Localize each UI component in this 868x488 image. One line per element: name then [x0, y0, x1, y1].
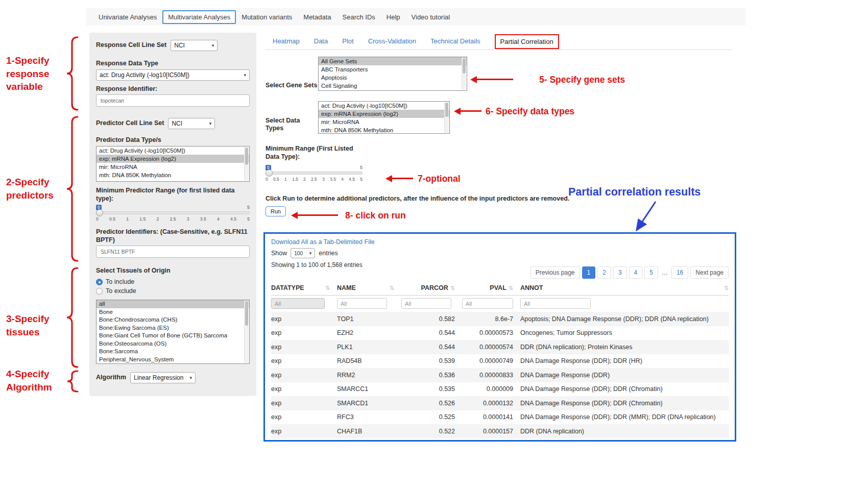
next-page-button[interactable]: Next page	[690, 266, 729, 279]
table-row[interactable]: exp RRM2 0.536 0.00000833 DNA Damage Res…	[271, 368, 729, 382]
scrollbar[interactable]	[244, 147, 249, 181]
nav-item-metadata[interactable]: Metadata	[298, 10, 336, 24]
listbox-option[interactable]: Cell Signaling	[319, 82, 467, 90]
sort-icon[interactable]: ⇅	[724, 285, 729, 291]
cell-name: RRM2	[337, 372, 394, 379]
filter-input-datatype[interactable]: All	[271, 298, 325, 309]
nav-item-help[interactable]: Help	[381, 10, 406, 24]
nav-item-search-ids[interactable]: Search IDs	[337, 10, 381, 24]
listbox-option[interactable]: Apoptosis	[319, 74, 467, 82]
algorithm-row: Algorithm Linear Regression ▾	[96, 372, 250, 383]
annotation-step1: 1-Specify response variable	[6, 54, 71, 93]
previous-page-button[interactable]: Previous page	[531, 266, 580, 279]
slider-track[interactable]	[266, 172, 363, 175]
gene-sets-label: Select Gene Sets	[266, 82, 318, 91]
cell-pval: 8.6e-7	[462, 315, 513, 323]
listbox-option[interactable]: mth: DNA 850K Methylation	[97, 171, 249, 179]
table-row[interactable]: exp CHAF1B 0.522 0.0000157 DDR (DNA repl…	[271, 424, 729, 438]
listbox-option[interactable]: mir: MicroRNA	[319, 118, 449, 126]
listbox-option[interactable]: Bone:Giant Cell Tumor of Bone (GCTB) Sar…	[97, 332, 249, 340]
tab-plot[interactable]: Plot	[342, 37, 353, 45]
listbox-option[interactable]: Bone:Chondrosarcoma (CHS)	[97, 316, 249, 324]
nav-item-multivariate-analyses[interactable]: Multivariate Analyses	[162, 10, 236, 24]
page-button-1[interactable]: 1	[582, 266, 596, 279]
slider-handle[interactable]	[96, 209, 103, 216]
tab-technical-details[interactable]: Technical Details	[430, 37, 480, 45]
listbox-option[interactable]: act: Drug Activity (-log10[IC50M])	[319, 102, 449, 110]
tab-partial-correlation[interactable]: Partial Correlation	[495, 34, 559, 49]
table-row[interactable]: exp EZH2 0.544 0.00000573 Oncogenes; Tum…	[271, 326, 729, 340]
listbox-option[interactable]: ABC Transporters	[319, 65, 467, 74]
tab-heatmap[interactable]: Heatmap	[273, 37, 300, 45]
filter-input-annot[interactable]: All	[520, 298, 591, 309]
predictor-identifiers-input[interactable]: SLFN11 BPTF	[96, 246, 250, 258]
listbox-option[interactable]: mir: MicroRNA	[97, 163, 249, 171]
tick: 3.5	[200, 216, 206, 222]
sort-icon[interactable]: ⇅	[325, 285, 330, 291]
sort-icon[interactable]: ⇅	[450, 285, 455, 291]
tick: 1.5	[292, 177, 298, 182]
page-button-3[interactable]: 3	[613, 266, 627, 279]
nav-item-univariate-analyses[interactable]: Univariate Analyses	[93, 10, 162, 24]
filter-input-name[interactable]: All	[337, 298, 387, 309]
filter-input-parcor[interactable]: All	[401, 298, 451, 309]
run-button[interactable]: Run	[266, 206, 286, 216]
listbox-option-selected[interactable]: exp: mRNA Expression (log2)	[97, 155, 249, 163]
table-row[interactable]: exp PLK1 0.544 0.00000574 DDR (DNA repli…	[271, 340, 729, 354]
slider-track[interactable]	[96, 211, 250, 214]
column-header-parcor[interactable]: PARCOR ⇅	[401, 281, 455, 295]
table-row[interactable]: exp RAD54B 0.539 0.00000749 DNA Damage R…	[271, 354, 729, 369]
page-button-4[interactable]: 4	[629, 266, 643, 279]
listbox-option[interactable]: mth: DNA 850K Methylation	[319, 126, 449, 134]
sort-icon[interactable]: ⇅	[509, 285, 513, 291]
listbox-option-selected[interactable]: exp: mRNA Expression (log2)	[319, 110, 449, 118]
scrollbar[interactable]	[244, 301, 249, 363]
listbox-option[interactable]: Peripheral_Nervous_System	[97, 356, 249, 364]
column-header-annot[interactable]: ANNOT ⇅	[520, 281, 729, 295]
predictor-cell-line-select[interactable]: NCI ▾	[168, 118, 215, 129]
listbox-option-selected[interactable]: all	[97, 300, 249, 308]
exclude-radio[interactable]	[96, 288, 103, 295]
listbox-option[interactable]: Bone:Ewing Sarcoma (ES)	[97, 324, 249, 332]
cell-name: CHAF1B	[337, 428, 394, 435]
page-button-5[interactable]: 5	[644, 266, 658, 279]
tick: 3	[187, 216, 189, 222]
nav-item-video-tutorial[interactable]: Video tutorial	[406, 10, 456, 24]
algorithm-select[interactable]: Linear Regression ▾	[130, 372, 196, 383]
download-link[interactable]: Download All as a Tab-Delimited File	[271, 238, 375, 246]
listbox-option[interactable]: Bone:Sarcoma	[97, 348, 249, 356]
filter-input-pval[interactable]: All	[462, 298, 513, 309]
table-row[interactable]: exp RFC3 0.525 0.0000141 DNA Damage Resp…	[271, 410, 729, 425]
cell-annot: DNA Damage Response (DDR); DDR (HR)	[520, 357, 729, 364]
slider-handle[interactable]	[266, 169, 273, 177]
response-data-type-select[interactable]: act: Drug Activity (-log10[IC50M]) ▾	[96, 69, 250, 81]
column-header-name[interactable]: NAME ⇅	[337, 281, 394, 295]
listbox-option[interactable]: act: Drug Activity (-log10[IC50M])	[97, 147, 249, 155]
column-label: PARCOR	[421, 284, 448, 291]
page-button-16[interactable]: 16	[671, 266, 688, 279]
listbox-option[interactable]: Bone:Osteosarcoma (OS)	[97, 340, 249, 348]
page-length-select[interactable]: 100 ▾	[291, 248, 315, 258]
column-header-pval[interactable]: PVAL ⇅	[462, 281, 513, 295]
listbox-option[interactable]: Bone	[97, 308, 249, 316]
sort-icon[interactable]: ⇅	[390, 285, 394, 291]
cell-parcor: 0.544	[401, 329, 455, 336]
results-table: DATATYPE ⇅ NAME ⇅ PARCOR ⇅ PVAL ⇅ ANNOT …	[271, 281, 729, 438]
response-cell-line-select[interactable]: NCI ▾	[171, 40, 218, 51]
table-row[interactable]: exp SMARCD1 0.526 0.0000132 DNA Damage R…	[271, 396, 729, 410]
column-header-datatype[interactable]: DATATYPE ⇅	[271, 281, 330, 295]
pagination-ellipsis: …	[660, 267, 669, 278]
scrollbar[interactable]	[462, 58, 466, 90]
min-range-label: Minimum Range (First Listed Data Type):	[266, 145, 365, 161]
table-row[interactable]: exp SMARCC1 0.535 0.000009 DNA Damage Re…	[271, 382, 729, 397]
listbox-option-selected[interactable]: All Gene Sets	[319, 57, 467, 65]
include-radio[interactable]	[96, 279, 103, 285]
tab-cross-validation[interactable]: Cross-Validation	[368, 37, 416, 45]
response-identifier-input[interactable]: topotecan	[96, 94, 250, 107]
page-button-2[interactable]: 2	[597, 266, 611, 279]
tab-data[interactable]: Data	[314, 37, 328, 45]
nav-item-mutation-variants[interactable]: Mutation variants	[236, 10, 298, 24]
table-row[interactable]: exp TOP1 0.582 8.6e-7 Apoptosis; DNA Dam…	[271, 312, 729, 326]
scrollbar[interactable]	[444, 102, 449, 133]
tick: 0	[96, 216, 99, 222]
